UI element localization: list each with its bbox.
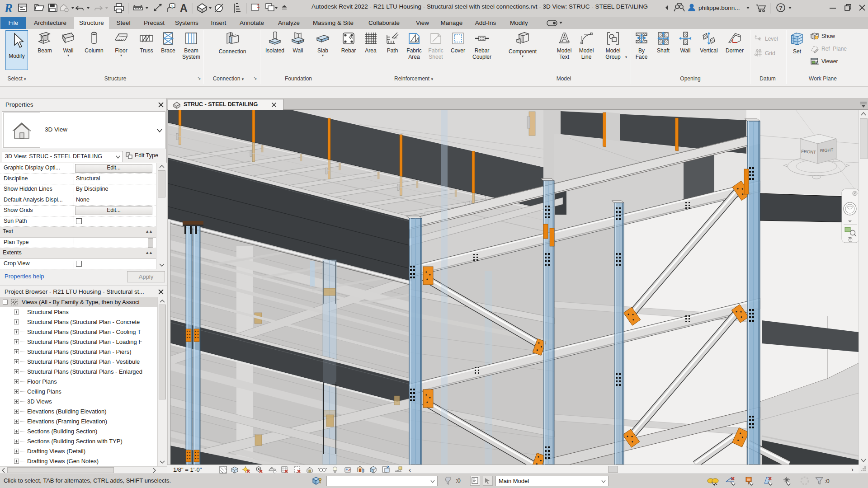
svg-text:›: › [851, 465, 854, 473]
svg-text:A: A [180, 2, 188, 14]
svg-text::0: :0 [825, 478, 830, 484]
svg-text:?: ? [779, 5, 783, 11]
svg-text:Autodesk Revit 2022 - R21 LTU: Autodesk Revit 2022 - R21 LTU Housing - … [311, 3, 648, 10]
svg-text:1: 1 [171, 5, 173, 9]
svg-text:philippe.bonn...: philippe.bonn... [698, 5, 740, 11]
svg-text:RIGHT: RIGHT [820, 147, 833, 153]
svg-text:‹: ‹ [409, 466, 411, 474]
svg-text:FRONT: FRONT [801, 149, 816, 155]
svg-text:R: R [4, 1, 13, 15]
